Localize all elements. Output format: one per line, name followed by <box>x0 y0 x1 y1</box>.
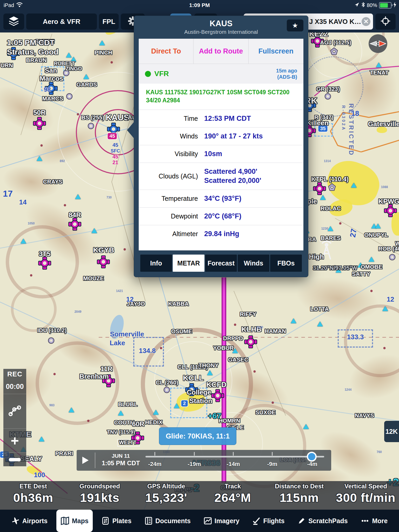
vor-symbol <box>65 92 73 101</box>
vor-symbol <box>163 386 171 395</box>
map-label: 17 <box>3 189 13 199</box>
nav-item-airports[interactable]: Airports <box>7 510 52 532</box>
nav-item-label: Flights <box>263 517 284 525</box>
map-label: Killeen <box>306 119 328 127</box>
stat-value: 0h36m <box>0 490 66 505</box>
waypoint-triangle-icon <box>153 410 159 415</box>
timeline-knob[interactable] <box>307 452 317 462</box>
map-label: CL (260) <box>156 379 178 386</box>
report-age: 15m ago(ADS-B) <box>276 68 297 80</box>
map-label: THONY <box>199 362 219 369</box>
favorite-star-button[interactable]: ★ <box>287 19 303 31</box>
zoom-out-button[interactable] <box>3 453 26 466</box>
zoom-in-button[interactable]: + <box>3 428 26 453</box>
nav-item-flights[interactable]: Flights <box>248 510 289 532</box>
layers-button[interactable] <box>3 14 24 30</box>
map-label: KGYB <box>93 246 114 254</box>
map-label: BARES <box>321 235 341 242</box>
airport-symbol[interactable] <box>313 182 326 196</box>
map-label: CRAYS <box>43 178 63 185</box>
map-label: COUTH <box>114 419 134 426</box>
nav-item-label: More <box>372 517 388 525</box>
timeline-tick <box>155 452 155 456</box>
map-label: KCFD <box>206 381 227 389</box>
fullscreen-button[interactable]: Fullscreen <box>249 39 303 64</box>
map-label: RIFFY <box>240 311 256 318</box>
airport-symbol[interactable] <box>33 117 46 131</box>
map-label: R-6302A <box>341 105 346 131</box>
nav-item-more[interactable]: More <box>356 510 392 532</box>
stat-track: Track264°M <box>200 481 266 510</box>
map-label: 21 <box>112 159 118 165</box>
map-label: 133.3 <box>347 333 364 341</box>
map-settings-button[interactable]: Aero & VFR <box>26 14 97 30</box>
nav-item-label: Airports <box>22 517 48 525</box>
table-row: Visibility10sm <box>139 145 303 163</box>
row-value: 34°C (93°F) <box>204 194 303 203</box>
airport-symbol[interactable] <box>211 389 224 403</box>
tab-metar[interactable]: METAR <box>173 255 204 272</box>
map-label: Stratus, Good <box>7 48 58 56</box>
stat-label: GPS Altitude <box>133 483 200 490</box>
nav-item-plates[interactable]: Plates <box>97 510 136 532</box>
row-value: 29.84 inHg <box>204 229 303 238</box>
location-arrow-icon <box>354 2 360 9</box>
center-ownship-button[interactable] <box>375 14 396 30</box>
route-tool-button[interactable] <box>3 394 26 429</box>
map-label: 1:05 PM CDT <box>7 38 54 47</box>
vor-symbol <box>87 122 95 131</box>
obstacle-dot <box>160 347 162 349</box>
timeline-tick-label: -24m <box>148 461 161 468</box>
obstacle-dot <box>77 113 79 116</box>
row-value: 190° at 17 - 27 kts <box>204 132 303 141</box>
map-label: 18 <box>351 109 359 118</box>
stat-value: 191kts <box>66 490 133 505</box>
clear-route-icon[interactable]: ✕ <box>362 17 370 26</box>
map-label: HOMRN <box>218 417 240 424</box>
airport-symbol[interactable] <box>68 218 81 232</box>
track-log-rec-button[interactable]: REC <box>3 369 26 380</box>
tab-info[interactable]: Info <box>140 255 172 272</box>
add-to-route-button[interactable]: Add to Route <box>194 39 248 64</box>
tab-fbos[interactable]: FBOs <box>270 255 302 272</box>
tab-forecast[interactable]: Forecast <box>205 255 237 272</box>
nav-item-documents[interactable]: Documents <box>140 510 195 532</box>
map-label: 100 <box>34 471 45 479</box>
nav-item-scratchpads[interactable]: ScratchPads <box>293 510 352 532</box>
compass-heading-icon[interactable] <box>368 34 388 55</box>
playback-timeline: JUN 11 1:05 PM CDT -24m-19m-14m-9m-4m <box>77 450 331 471</box>
fpl-button[interactable]: FPL <box>99 14 119 30</box>
airport-symbol[interactable] <box>38 257 51 271</box>
map-label: AGJ (112.5) <box>320 39 351 46</box>
map-label: 1421 <box>116 289 123 293</box>
documents-icon <box>144 517 153 525</box>
nav-item-maps[interactable]: Maps <box>56 510 93 532</box>
raw-metar-text: KAUS 111753Z 19017G27KT 10SM SCT049 SCT2… <box>139 84 303 110</box>
airport-symbol[interactable] <box>244 335 257 349</box>
map-label: College <box>187 388 211 396</box>
altitude-badge: 2 <box>181 400 188 407</box>
airport-symbol[interactable] <box>97 255 110 269</box>
tab-winds[interactable]: Winds <box>238 255 269 272</box>
nav-item-imagery[interactable]: Imagery <box>200 510 244 532</box>
charging-bolt-icon <box>393 2 396 9</box>
waypoint-triangle-icon <box>376 63 382 68</box>
waypoint-triangle-icon <box>317 322 323 327</box>
map-label: 1088 <box>381 185 388 189</box>
row-label: Time <box>139 115 204 122</box>
waypoint-triangle-icon <box>75 194 81 199</box>
obstacle-dot <box>234 324 236 326</box>
map-label: KCLL <box>183 374 204 382</box>
airport-symbol[interactable] <box>384 204 397 218</box>
map-label: WELTT <box>119 440 136 445</box>
table-row: Winds190° at 17 - 27 kts <box>139 127 303 145</box>
map-label: BRAUN <box>26 57 46 64</box>
direct-to-button[interactable]: Direct To <box>139 39 194 64</box>
map-label: Lake <box>110 339 125 347</box>
map-label: NAVYS <box>355 412 374 419</box>
airport-popup: KAUS Austin-Bergstrom International ★ Di… <box>134 16 308 277</box>
map-label: TENAT <box>370 69 389 76</box>
map-label: ONUPYL <box>364 232 388 238</box>
map-label: LOTTA <box>310 306 329 312</box>
nav-item-label: Maps <box>72 517 89 525</box>
